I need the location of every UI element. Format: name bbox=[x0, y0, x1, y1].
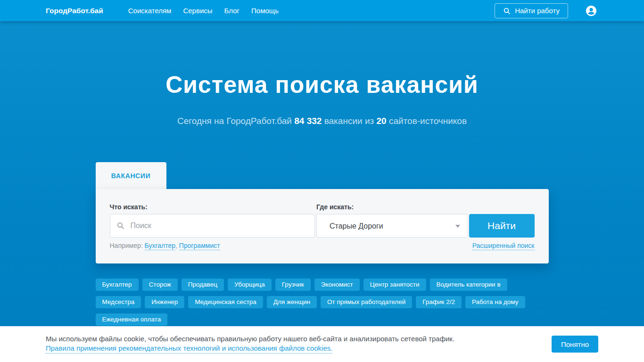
cookie-policy-link[interactable]: Правила применения рекомендательных техн… bbox=[46, 344, 332, 354]
advanced-search-link[interactable]: Расширенный поиск bbox=[472, 242, 535, 250]
tag-uborshchica[interactable]: Уборщица bbox=[228, 279, 272, 291]
tag-medicinskaya-sestra[interactable]: Медицинская сестра bbox=[188, 296, 263, 308]
cookie-accept-button[interactable]: Понятно bbox=[552, 336, 598, 353]
account-icon[interactable] bbox=[586, 5, 597, 16]
tag-prodavec[interactable]: Продавец bbox=[182, 279, 224, 291]
tab-vacancies[interactable]: ВАКАНСИИ bbox=[96, 162, 166, 189]
example-link-programmer[interactable]: Программист bbox=[179, 242, 220, 250]
cookie-text: Мы используем файлы cookie, чтобы обеспе… bbox=[46, 335, 454, 354]
search-icon bbox=[503, 7, 511, 15]
search-submit-button[interactable]: Найти bbox=[469, 214, 535, 238]
where-label: Где искать: bbox=[316, 203, 468, 211]
where-column: Где искать: Старые Дороги bbox=[316, 203, 468, 238]
tag-pryamye-rabotodateli[interactable]: От прямых работодателей bbox=[321, 296, 412, 308]
tag-ezhednevnaya-oplata[interactable]: Ежедневная оплата bbox=[96, 313, 168, 326]
search-panel: Что искать: Где искать: Ст bbox=[96, 189, 549, 263]
tag-grafik-2-2[interactable]: График 2/2 bbox=[416, 296, 462, 308]
cookie-inner: Мы используем файлы cookie, чтобы обеспе… bbox=[46, 335, 598, 354]
search-widget: ВАКАНСИИ Что искать: Где искать: bbox=[96, 162, 549, 263]
city-select-wrap: Старые Дороги bbox=[316, 214, 468, 238]
submit-column: Найти bbox=[469, 214, 535, 238]
tag-medsestra[interactable]: Медсестра bbox=[96, 296, 141, 308]
cookie-message: Мы используем файлы cookie, чтобы обеспе… bbox=[46, 335, 454, 343]
tag-buhgalter[interactable]: Бухгалтер bbox=[96, 279, 139, 291]
tag-dlya-zhenshchin[interactable]: Для женщин bbox=[267, 296, 317, 308]
stats-part3: сайтов-источников bbox=[387, 116, 467, 126]
what-label: Что искать: bbox=[110, 203, 315, 211]
search-query-input[interactable] bbox=[110, 214, 315, 238]
tag-storozh[interactable]: Сторож bbox=[142, 279, 178, 291]
tag-inzhener[interactable]: Инженер bbox=[145, 296, 184, 308]
main-nav: Соискателям Сервисы Блог Помощь bbox=[116, 7, 279, 15]
nav-link-help[interactable]: Помощь bbox=[251, 7, 279, 15]
stats-part2: вакансии из bbox=[322, 116, 376, 126]
top-navbar: ГородРабот.бай Соискателям Сервисы Блог … bbox=[0, 0, 644, 21]
page-title: Система поиска вакансий bbox=[0, 21, 644, 98]
popular-tags: Бухгалтер Сторож Продавец Уборщица Грузч… bbox=[96, 279, 549, 326]
nav-link-services[interactable]: Сервисы bbox=[183, 7, 212, 15]
tag-centr-zanyatosti[interactable]: Центр занятости bbox=[363, 279, 426, 291]
what-column: Что искать: bbox=[110, 203, 315, 238]
examples-label: Например: bbox=[110, 242, 143, 249]
find-job-button[interactable]: Найти работу bbox=[495, 3, 568, 18]
search-examples: Например: Бухгалтер, Программист bbox=[110, 242, 220, 250]
query-input-wrap bbox=[110, 214, 315, 238]
stats-part1: Сегодня на ГородРабот.бай bbox=[177, 116, 294, 126]
example-link-accountant[interactable]: Бухгалтер bbox=[145, 242, 175, 250]
tag-gruzchik[interactable]: Грузчик bbox=[275, 279, 311, 291]
vacancy-stats: Сегодня на ГородРабот.бай 84 332 ваканси… bbox=[0, 116, 644, 126]
examples-separator: , bbox=[175, 242, 179, 249]
nav-link-blog[interactable]: Блог bbox=[224, 7, 239, 15]
city-select[interactable]: Старые Дороги bbox=[316, 214, 468, 238]
cookie-consent-bar: Мы используем файлы cookie, чтобы обеспе… bbox=[0, 326, 644, 362]
tag-ekonomist[interactable]: Экономист bbox=[314, 279, 360, 291]
find-job-button-label: Найти работу bbox=[515, 7, 560, 15]
nav-link-candidates[interactable]: Соискателям bbox=[128, 7, 172, 15]
logo[interactable]: ГородРабот.бай bbox=[46, 7, 103, 15]
sources-count: 20 bbox=[376, 116, 386, 126]
vacancies-count: 84 332 bbox=[294, 116, 322, 126]
hero-section: Система поиска вакансий Сегодня на Город… bbox=[0, 21, 644, 326]
panel-bottom-row: Например: Бухгалтер, Программист Расшире… bbox=[110, 242, 535, 250]
tag-voditel[interactable]: Водитель категории в bbox=[430, 279, 507, 291]
search-fields-row: Что искать: Где искать: Ст bbox=[110, 203, 535, 238]
tag-rabota-na-domu[interactable]: Работа на дому bbox=[465, 296, 525, 308]
